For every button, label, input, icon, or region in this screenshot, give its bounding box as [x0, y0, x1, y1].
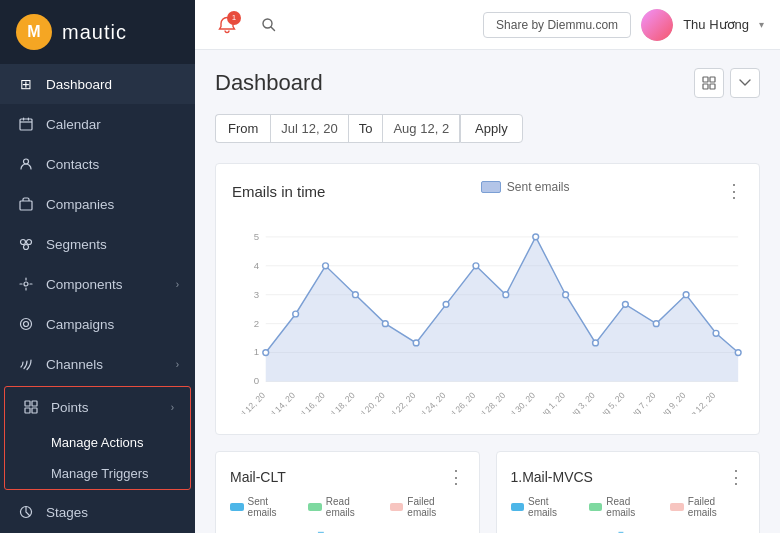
- components-icon: [16, 274, 36, 294]
- mail-clt-card: Mail-CLT ⋮ Sent emails Read emails Faile…: [215, 451, 480, 533]
- user-menu-chevron-icon[interactable]: ▾: [759, 19, 764, 30]
- data-point: [683, 292, 689, 298]
- segments-icon: [16, 234, 36, 254]
- header-actions: [694, 68, 760, 98]
- read-legend: Read emails: [308, 496, 380, 518]
- chevron-down-icon: [738, 78, 752, 88]
- notification-badge: 1: [227, 11, 241, 25]
- data-point: [443, 301, 449, 307]
- data-point: [563, 292, 569, 298]
- sidebar-item-label: Components: [46, 277, 123, 292]
- svg-point-7: [24, 245, 29, 250]
- sidebar-item-contacts[interactable]: Contacts: [0, 144, 195, 184]
- to-date-input[interactable]: Aug 12, 2: [382, 114, 460, 143]
- layout-icon-button[interactable]: [694, 68, 724, 98]
- calendar-icon: [16, 114, 36, 134]
- sidebar-item-label: Stages: [46, 505, 88, 520]
- svg-text:Jul 14, 20: Jul 14, 20: [263, 390, 297, 414]
- data-point: [533, 234, 539, 240]
- companies-icon: [16, 194, 36, 214]
- sidebar-item-companies[interactable]: Companies: [0, 184, 195, 224]
- data-point: [503, 292, 509, 298]
- mail-clt-menu-button[interactable]: ⋮: [447, 466, 465, 488]
- svg-text:Jul 30, 20: Jul 30, 20: [504, 390, 538, 414]
- channels-icon: [16, 354, 36, 374]
- svg-rect-1: [23, 118, 24, 121]
- svg-point-10: [24, 322, 29, 327]
- svg-text:Jul 26, 20: Jul 26, 20: [444, 390, 478, 414]
- sidebar-item-dashboard[interactable]: ⊞ Dashboard: [0, 64, 195, 104]
- sidebar-item-stages[interactable]: Stages: [0, 492, 195, 532]
- sidebar-item-label: Companies: [46, 197, 114, 212]
- from-label: From: [215, 114, 270, 143]
- svg-text:1: 1: [254, 346, 259, 357]
- svg-text:Aug 5, 20: Aug 5, 20: [594, 390, 627, 414]
- sidebar-subitem-manage-triggers[interactable]: Manage Triggers: [5, 458, 190, 489]
- sidebar-item-components[interactable]: Components ›: [0, 264, 195, 304]
- search-button[interactable]: [253, 9, 285, 41]
- svg-text:Jul 18, 20: Jul 18, 20: [323, 390, 357, 414]
- mail-mvcs-card: 1.Mail-MVCS ⋮ Sent emails Read emails Fa…: [496, 451, 761, 533]
- sent-legend: Sent emails: [511, 496, 579, 518]
- sidebar-item-channels[interactable]: Channels ›: [0, 344, 195, 384]
- svg-point-6: [27, 240, 32, 245]
- sent-emails-legend: Sent emails: [481, 180, 570, 194]
- data-point: [622, 301, 628, 307]
- data-point: [413, 340, 419, 346]
- sidebar-item-label: Calendar: [46, 117, 101, 132]
- apply-button[interactable]: Apply: [460, 114, 523, 143]
- svg-point-3: [24, 159, 29, 164]
- avatar-image: [641, 9, 673, 41]
- sidebar: M mautic ⊞ Dashboard Calendar Contacts C…: [0, 0, 195, 533]
- data-point: [593, 340, 599, 346]
- mail-mvcs-chart: 5 4: [511, 526, 746, 533]
- sent-legend-color: [511, 503, 525, 511]
- svg-text:Jul 16, 20: Jul 16, 20: [293, 390, 327, 414]
- emails-chart-menu-button[interactable]: ⋮: [725, 180, 743, 202]
- sent-legend: Sent emails: [230, 496, 298, 518]
- dropdown-icon-button[interactable]: [730, 68, 760, 98]
- emails-chart-legend: Sent emails: [481, 180, 570, 194]
- data-point: [713, 330, 719, 336]
- avatar: [641, 9, 673, 41]
- notification-button[interactable]: 1: [211, 9, 243, 41]
- read-legend-color: [589, 503, 603, 511]
- manage-actions-label: Manage Actions: [51, 435, 144, 450]
- svg-text:Aug 7, 20: Aug 7, 20: [624, 390, 657, 414]
- mail-mvcs-legend: Sent emails Read emails Failed emails: [511, 496, 746, 518]
- data-point: [263, 350, 269, 356]
- svg-rect-18: [710, 77, 715, 82]
- user-name[interactable]: Thu Hương: [683, 17, 749, 32]
- svg-text:5: 5: [254, 231, 259, 242]
- sidebar-item-label: Channels: [46, 357, 103, 372]
- sidebar-item-points[interactable]: Points ›: [5, 387, 190, 427]
- svg-rect-4: [20, 201, 32, 210]
- contacts-icon: [16, 154, 36, 174]
- mail-mvcs-menu-button[interactable]: ⋮: [727, 466, 745, 488]
- sent-legend-label: Sent emails: [248, 496, 299, 518]
- chevron-right-icon: ›: [171, 402, 174, 413]
- svg-text:Jul 12, 20: Jul 12, 20: [234, 390, 268, 414]
- svg-text:3: 3: [254, 289, 259, 300]
- svg-text:Aug 9, 20: Aug 9, 20: [654, 390, 687, 414]
- sidebar-item-campaigns[interactable]: Campaigns: [0, 304, 195, 344]
- sidebar-subitem-manage-actions[interactable]: Manage Actions: [5, 427, 190, 458]
- emails-chart-title: Emails in time: [232, 183, 325, 200]
- svg-point-9: [21, 319, 32, 330]
- chevron-right-icon: ›: [176, 279, 179, 290]
- svg-rect-14: [32, 408, 37, 413]
- logo-text: mautic: [62, 21, 127, 44]
- sent-legend-label: Sent emails: [528, 496, 579, 518]
- svg-text:4: 4: [254, 260, 260, 271]
- from-date-input[interactable]: Jul 12, 20: [270, 114, 348, 143]
- sidebar-item-calendar[interactable]: Calendar: [0, 104, 195, 144]
- points-icon: [21, 397, 41, 417]
- sidebar-item-segments[interactable]: Segments: [0, 224, 195, 264]
- mail-mvcs-title: 1.Mail-MVCS: [511, 469, 593, 485]
- failed-legend: Failed emails: [390, 496, 465, 518]
- stages-icon: [16, 502, 36, 522]
- sent-legend-color: [230, 503, 244, 511]
- failed-legend-color: [390, 503, 404, 511]
- data-point: [473, 263, 479, 269]
- share-button[interactable]: Share by Diemmu.com: [483, 12, 631, 38]
